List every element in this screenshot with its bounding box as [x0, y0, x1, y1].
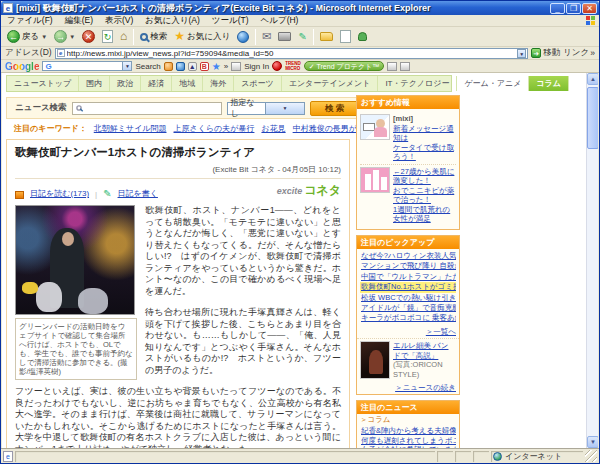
folders-button[interactable]: [318, 28, 335, 46]
tab-game-anime[interactable]: ゲーム・アニメ: [457, 76, 529, 91]
recommend-link[interactable]: ←27歳から美肌に激変した！: [393, 167, 454, 186]
keyword-link[interactable]: 上原さくらの夫が暴行: [174, 123, 255, 134]
tab-domestic[interactable]: 国内: [79, 76, 110, 91]
address-input-wrap: e ▼: [55, 48, 529, 59]
recommend-link[interactable]: 新着メッセージ通知は: [393, 124, 454, 143]
google-globe-icon[interactable]: [176, 62, 185, 71]
forward-dropdown-icon[interactable]: ▼: [69, 34, 75, 40]
pickup-link[interactable]: アイドルが「鏡」で音痴克服: [361, 303, 456, 312]
address-input[interactable]: [67, 49, 518, 58]
search-button[interactable]: 検索: [138, 28, 169, 46]
messenger-button[interactable]: [356, 28, 369, 46]
media-button[interactable]: [235, 28, 251, 46]
back-dropdown-icon[interactable]: ▼: [41, 34, 47, 40]
status-page-icon: e: [3, 451, 13, 462]
tab-overseas[interactable]: 海外: [203, 76, 234, 91]
scroll-up-button[interactable]: ▲: [587, 73, 598, 85]
forward-button[interactable]: → ▼: [52, 28, 77, 46]
tab-region[interactable]: 地域: [172, 76, 203, 91]
recommend-link[interactable]: ケータイで受け取ろう！: [393, 143, 454, 162]
photo-news-item: エルレ細美 バンドで「高説」 (写真:ORICON STYLE): [357, 338, 459, 381]
trend-protect-badge[interactable]: ✓ Trend プロテクト™: [304, 61, 385, 71]
tab-newstop[interactable]: ニューストップ: [7, 76, 79, 91]
menu-edit[interactable]: 編集(E): [59, 15, 99, 27]
pickup-link[interactable]: 中国で「ウルトラマン」たたき: [361, 272, 456, 281]
tab-economy[interactable]: 経済: [141, 76, 172, 91]
mail-button[interactable]: ✉: [260, 28, 273, 46]
google-extra-icon[interactable]: [400, 62, 410, 71]
maximize-button[interactable]: ❐: [566, 3, 581, 14]
stop-icon: ✕: [82, 30, 95, 43]
resize-grip[interactable]: [585, 450, 597, 462]
news-search-input[interactable]: [83, 103, 219, 113]
pickup-more-link[interactable]: ＞一覧へ: [426, 327, 456, 336]
google-search-dropdown-icon[interactable]: ▼: [122, 62, 131, 70]
minimize-button[interactable]: _: [550, 3, 565, 14]
tab-it-technology[interactable]: IT・テクノロジー: [378, 76, 457, 91]
menu-help[interactable]: ヘルプ(H): [255, 15, 305, 27]
tab-politics[interactable]: 政治: [110, 76, 141, 91]
host-face: [62, 232, 74, 246]
keyword-link[interactable]: お花見: [261, 123, 285, 134]
home-button[interactable]: ⌂: [118, 28, 129, 46]
scroll-down-button[interactable]: ▼: [587, 436, 598, 448]
photo-news-more-link[interactable]: ＞ニュースの続き: [395, 383, 456, 392]
discuss-button[interactable]: [338, 28, 353, 46]
recommend-link[interactable]: おでこニキビが薬で治った！: [393, 186, 454, 205]
pickup-item: キーラがボコボコに 乗客あ然NEW: [360, 313, 456, 324]
bookmarks-icon[interactable]: B: [200, 62, 209, 71]
tab-entertainment[interactable]: エンターテインメント: [282, 76, 379, 91]
address-dropdown-icon[interactable]: ▼: [517, 49, 526, 58]
tab-column[interactable]: コラム: [529, 76, 569, 91]
write-diary-link[interactable]: 日記を書く: [118, 188, 158, 199]
keyword-link[interactable]: 北朝鮮ミサイル問題: [94, 123, 167, 134]
back-button[interactable]: ← 戻る ▼: [5, 28, 49, 46]
menu-view[interactable]: 表示(V): [99, 15, 139, 27]
news-search-button[interactable]: 検 索: [310, 101, 360, 116]
pickup-link[interactable]: マンションで飛び降り 自殺か: [361, 261, 456, 270]
google-overflow-chevron[interactable]: »: [224, 62, 228, 71]
news-search-select[interactable]: 指定なし ▼: [227, 102, 305, 115]
links-menu[interactable]: リンク »: [563, 47, 595, 59]
refresh-button[interactable]: ↻: [100, 28, 115, 46]
go-button[interactable]: ➜ 移動: [531, 47, 560, 59]
menu-tools[interactable]: ツール(T): [206, 15, 255, 27]
google-drop-icon[interactable]: [164, 62, 173, 71]
attention-link[interactable]: 紀香&陣内から考える夫婦像: [361, 426, 456, 435]
attention-item: 何度も遅刻されてしまうボニー: [360, 436, 456, 446]
pickup-link[interactable]: 歌舞伎町No.1ホストがゴミ拾い: [361, 282, 456, 291]
google-extra-icon[interactable]: [387, 62, 397, 71]
select-value: 指定なし: [228, 97, 266, 119]
pagerank-icon[interactable]: ▲: [188, 62, 197, 71]
edit-button[interactable]: ✎: [296, 28, 308, 46]
pickup-item-current: 歌舞伎町No.1ホストがゴミ拾いNEW: [360, 282, 456, 293]
google-tools-icon[interactable]: [231, 62, 241, 71]
article-box: 歌舞伎町ナンバー1ホストの清掃ボランティア (Excite Bit コネタ - …: [6, 139, 350, 448]
close-button[interactable]: ✕: [582, 3, 597, 14]
recommend-item-ad: ←27歳から美肌に激変した！ おでこニキビが薬で治った！ 1週間で肌荒れの女性が…: [360, 165, 456, 226]
vertical-scrollbar[interactable]: ▲ ▼: [586, 73, 598, 448]
tab-sports[interactable]: スポーツ: [234, 76, 282, 91]
recommend-link[interactable]: 1週間で肌荒れの女性が満足: [393, 205, 450, 224]
print-button[interactable]: [276, 28, 293, 46]
read-diary-link[interactable]: 日記を読む(173): [30, 188, 89, 199]
excite-logo-text: excite: [277, 186, 303, 196]
photo-news-link[interactable]: エルレ細美 バンドで「高説」: [393, 341, 448, 360]
trend-micro-icon: [272, 61, 282, 71]
google-search-box[interactable]: G ▼: [42, 61, 132, 71]
attention-category[interactable]: ＞コラム: [357, 414, 459, 426]
title-bar: e [mixi] 歌舞伎町ナンバー1ホストの清掃ボランティア(Excite Bi…: [1, 1, 599, 15]
scrollbar-thumb[interactable]: [587, 87, 598, 149]
menu-favorites[interactable]: お気に入り(A): [139, 15, 205, 27]
attention-link[interactable]: 何度も遅刻されてしまうボニー: [361, 436, 456, 445]
google-search-button[interactable]: Search: [135, 62, 160, 71]
pickup-link[interactable]: なぜ今?ハロウィン衣装人気: [361, 251, 456, 260]
google-signin[interactable]: Sign In: [244, 62, 269, 71]
favorites-button[interactable]: ★ お気に入り: [172, 28, 232, 46]
stop-button[interactable]: ✕: [80, 28, 97, 46]
google-star-icon[interactable]: ★: [212, 62, 221, 71]
pickup-link[interactable]: 松坂 WBCでの熱い駆け引き: [361, 293, 456, 302]
menu-file[interactable]: ファイル(F): [1, 15, 59, 27]
pickup-link[interactable]: キーラがボコボコに 乗客あ然: [361, 313, 456, 322]
pickup-header: 注目のピックアップ: [357, 236, 459, 249]
